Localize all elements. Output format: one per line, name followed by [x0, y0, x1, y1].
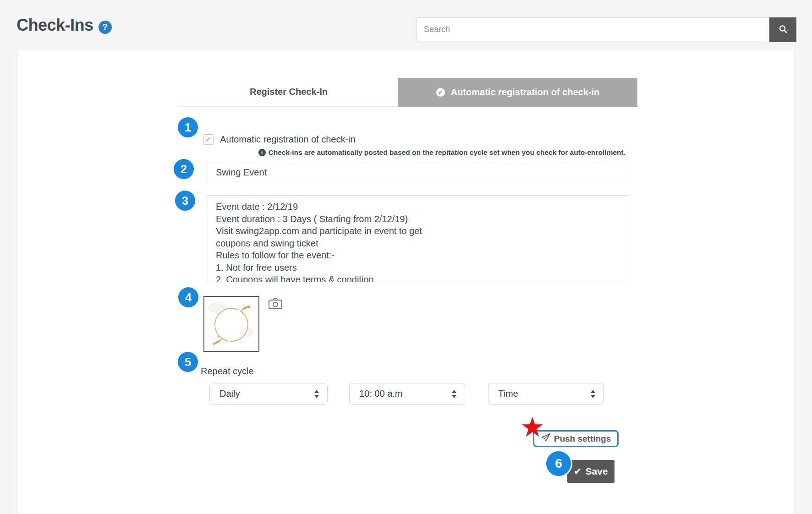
- repeat-unit-value: Time: [498, 388, 591, 399]
- info-note: i Check-ins are automatically posted bas…: [208, 148, 629, 157]
- main-panel: Register Check-In ✔ Automatic registrati…: [18, 49, 794, 514]
- search-icon: [778, 24, 788, 36]
- page-title: Check-Ins: [16, 16, 93, 35]
- tab-automatic-registration[interactable]: ✔ Automatic registration of check-in: [398, 78, 637, 107]
- tab-register-check-in[interactable]: Register Check-In: [179, 78, 398, 107]
- auto-registration-label: Automatic registration of check-in: [220, 134, 356, 145]
- annotation-badge-2: 2: [174, 159, 194, 179]
- wreath-image: [204, 344, 258, 352]
- event-image-thumbnail[interactable]: [203, 296, 259, 352]
- repeat-frequency-value: Daily: [219, 388, 314, 399]
- page-header: Check-Ins ?: [16, 16, 112, 35]
- tab-register-label: Register Check-In: [250, 87, 328, 97]
- select-spinner-icon: [314, 390, 319, 398]
- push-settings-label: Push settings: [554, 434, 611, 444]
- save-button[interactable]: ✔ Save: [567, 460, 614, 483]
- info-icon: i: [258, 149, 266, 156]
- star-marker: ★: [520, 414, 545, 441]
- tab-auto-label: Automatic registration of check-in: [451, 87, 600, 98]
- help-icon[interactable]: ?: [99, 21, 112, 34]
- repeat-time-select[interactable]: 10: 00 a.m: [349, 383, 465, 405]
- repeat-unit-select[interactable]: Time: [488, 383, 604, 405]
- annotation-badge-3: 3: [175, 191, 195, 211]
- auto-registration-row: ✓ Automatic registration of check-in: [203, 134, 356, 145]
- select-spinner-icon: [591, 390, 595, 398]
- auto-registration-checkbox[interactable]: ✓: [203, 134, 214, 145]
- event-name-input[interactable]: [208, 162, 629, 183]
- annotation-badge-1: 1: [178, 117, 198, 137]
- camera-icon[interactable]: [268, 297, 283, 312]
- annotation-badge-5: 5: [178, 352, 198, 372]
- save-label: Save: [585, 466, 608, 477]
- annotation-badge-4: 4: [178, 287, 198, 307]
- annotation-badge-6: 6: [546, 451, 571, 476]
- search-bar: [416, 17, 796, 42]
- repeat-frequency-select[interactable]: Daily: [209, 383, 328, 405]
- info-note-text: Check-ins are automatically posted based…: [269, 148, 626, 157]
- search-button[interactable]: [769, 17, 796, 42]
- push-settings-button[interactable]: Push settings: [533, 430, 619, 447]
- select-spinner-icon: [452, 390, 456, 398]
- check-icon: ✔: [574, 466, 582, 477]
- check-circle-icon: ✔: [436, 88, 445, 97]
- repeat-time-value: 10: 00 a.m: [359, 388, 452, 399]
- search-input[interactable]: [416, 17, 769, 41]
- repeat-cycle-label: Repeat cycle: [201, 366, 254, 377]
- event-description-textarea[interactable]: Event date : 2/12/19 Event duration : 3 …: [208, 195, 629, 282]
